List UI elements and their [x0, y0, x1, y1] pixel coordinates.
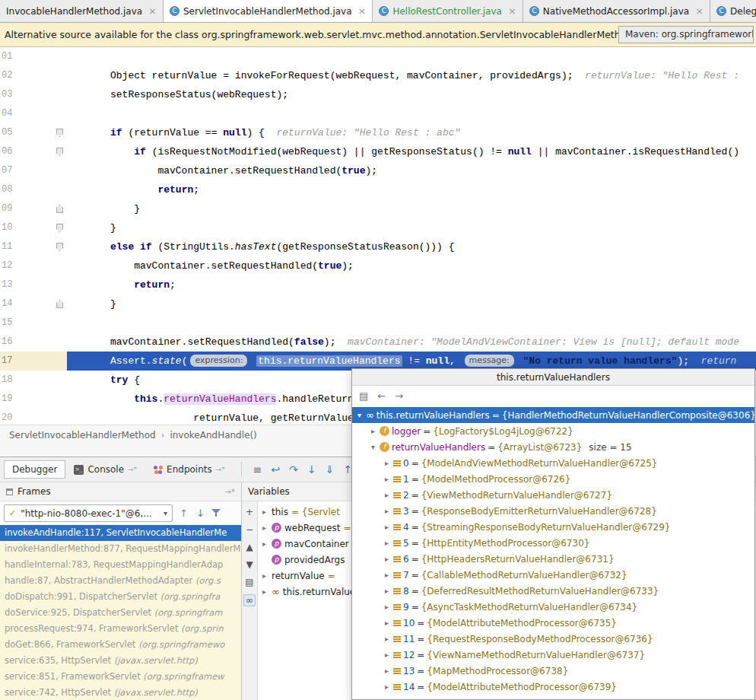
forward-icon[interactable]: → — [395, 390, 403, 402]
move-watch-up-icon[interactable]: ▲ — [246, 542, 253, 552]
chevron-right-icon[interactable]: ▸ — [383, 523, 391, 531]
editor-tab[interactable]: CServletInvocableHandlerMethod.java× — [164, 0, 373, 22]
chevron-right-icon[interactable]: ▸ — [260, 587, 268, 596]
stack-frame-row[interactable]: invokeAndHandle:117, ServletInvocableHan… — [0, 525, 241, 541]
code-line[interactable]: 10} — [0, 218, 756, 237]
code-line[interactable]: 15 — [0, 313, 756, 332]
popup-tree-row[interactable]: ▸4={StreamingResponseBodyReturnValueHand… — [352, 519, 754, 535]
step-into-icon[interactable]: ↓ — [303, 463, 320, 476]
chevron-right-icon[interactable]: ▸ — [383, 667, 391, 675]
stack-frame-row[interactable]: service:851, FrameworkServlet (org.sprin… — [0, 669, 241, 685]
code-line[interactable]: 01 — [0, 47, 756, 66]
popup-tree-row[interactable]: ▸5={HttpEntityMethodProcessor@6730} — [352, 535, 754, 551]
popup-tree-row[interactable]: ▸12={ViewNameMethodReturnValueHandler@67… — [352, 647, 754, 663]
copy-icon[interactable]: ▤ — [245, 577, 253, 587]
popup-tree-row[interactable]: ▸10={ModelAttributeMethodProcessor@6735} — [352, 615, 754, 631]
editor-tab[interactable]: InvocableHandlerMethod.java× — [0, 0, 164, 22]
chevron-right-icon[interactable]: ▸ — [260, 508, 268, 516]
popup-tree-row[interactable]: ▸14={ModelAttributeMethodProcessor@6739} — [352, 679, 754, 695]
popup-tree-row[interactable]: ▸6={HttpHeadersReturnValueHandler@6731} — [352, 551, 754, 567]
chevron-right-icon[interactable]: ▸ — [383, 682, 391, 691]
tab-endpoints[interactable]: Endpoints →* — [145, 460, 233, 479]
chevron-down-icon[interactable]: ▾ — [369, 443, 377, 451]
popup-tree-row[interactable]: ▸2={ViewMethodReturnValueHandler@6727} — [352, 487, 754, 503]
chevron-down-icon[interactable]: ▾ — [355, 411, 364, 419]
breadcrumb-method[interactable]: invokeAndHandle() — [170, 430, 256, 441]
code-line[interactable]: 07 mavContainer.setRequestHandled(true); — [0, 161, 756, 180]
chevron-right-icon[interactable]: ▸ — [383, 491, 391, 499]
fold-marker-icon[interactable] — [56, 300, 63, 308]
breadcrumb-class[interactable]: ServletInvocableHandlerMethod — [9, 430, 156, 441]
move-watch-down-icon[interactable]: ▼ — [246, 559, 253, 570]
close-icon[interactable]: × — [148, 5, 157, 17]
chevron-right-icon[interactable]: ▸ — [369, 427, 377, 435]
code-line[interactable]: 11else if (StringUtils.hasText(getRespon… — [0, 237, 756, 256]
popup-tree-row[interactable]: ▸9={AsyncTaskMethodReturnValueHandler@67… — [352, 599, 754, 615]
editor-tab[interactable]: CNativeMethodAccessorImpl.java× — [523, 0, 710, 22]
code-line[interactable]: 06 if (isRequestNotModified(webRequest) … — [0, 142, 756, 161]
close-icon[interactable]: × — [508, 5, 516, 17]
copy-value-icon[interactable]: ▤ — [359, 390, 368, 402]
code-line[interactable]: 03setResponseStatus(webRequest); — [0, 85, 756, 104]
back-icon[interactable]: ← — [377, 390, 386, 402]
stack-frame-row[interactable]: doService:925, DispatcherServlet (org.sp… — [0, 605, 241, 621]
fold-marker-icon[interactable] — [56, 224, 63, 232]
popup-tree-row[interactable]: ▸0={ModelAndViewMethodReturnValueHandler… — [352, 455, 754, 471]
remove-watch-icon[interactable]: − — [246, 524, 253, 535]
evaluate-watch-icon[interactable]: ∞ — [243, 594, 256, 606]
chevron-right-icon[interactable]: ▸ — [383, 539, 391, 547]
code-line[interactable]: 14} — [0, 294, 756, 313]
chevron-right-icon[interactable]: ▸ — [260, 571, 268, 580]
stack-frame-row[interactable]: processRequest:974, FrameworkServlet (or… — [0, 621, 241, 637]
show-execution-point-icon[interactable]: ↩ — [268, 463, 284, 476]
editor-tab[interactable]: CHelloRestController.java× — [373, 0, 523, 22]
stack-frame-row[interactable]: service:742, HttpServlet (javax.servlet.… — [0, 685, 241, 700]
chevron-right-icon[interactable]: ▸ — [383, 635, 391, 643]
popup-tree-row[interactable]: ▸8={DeferredResultMethodReturnValueHandl… — [352, 583, 754, 599]
code-line[interactable]: 02Object returnValue = invokeForRequest(… — [0, 66, 756, 85]
code-line[interactable]: 05if (returnValue == null) { returnValue… — [0, 123, 756, 142]
code-line[interactable]: 09 } — [0, 199, 756, 218]
popup-tree-row[interactable]: ▸1={ModelMethodProcessor@6726} — [352, 471, 754, 487]
code-line[interactable]: 04 — [0, 104, 756, 123]
stack-frame-row[interactable]: handle:87, AbstractHandlerMethodAdapter … — [0, 573, 241, 589]
code-line[interactable]: 13 return; — [0, 275, 756, 294]
popup-tree-row[interactable]: ▸7={CallableMethodReturnValueHandler@673… — [352, 567, 754, 583]
code-line[interactable]: 08 return; — [0, 180, 756, 199]
close-icon[interactable]: × — [358, 5, 367, 17]
chevron-right-icon[interactable]: ▸ — [383, 603, 391, 611]
stack-frame-row[interactable]: doGet:866, FrameworkServlet (org.springf… — [0, 637, 241, 653]
fold-marker-icon[interactable] — [56, 205, 63, 213]
chevron-right-icon[interactable]: ▸ — [383, 587, 391, 595]
popup-tree-row[interactable]: ▾∞this.returnValueHandlers={HandlerMetho… — [352, 407, 754, 423]
menu-icon[interactable]: ≡ — [249, 463, 266, 476]
chevron-right-icon[interactable]: ▸ — [383, 555, 391, 563]
chevron-right-icon[interactable]: ▸ — [383, 507, 391, 515]
fold-marker-icon[interactable] — [56, 148, 63, 156]
popup-tree-row[interactable]: ▸3={ResponseBodyEmitterReturnValueHandle… — [352, 503, 754, 519]
popup-tree-row[interactable]: ▸flogger={LogFactory$Log4jLog@6722} — [352, 423, 754, 439]
force-step-into-icon[interactable]: ⇓ — [322, 463, 338, 476]
add-watch-icon[interactable]: + — [246, 507, 253, 517]
tab-debugger[interactable]: Debugger — [4, 460, 65, 479]
stack-frame-row[interactable]: service:635, HttpServlet (javax.servlet.… — [0, 653, 241, 669]
chevron-right-icon[interactable]: ▸ — [383, 619, 391, 627]
tab-console[interactable]: >_ Console →* — [65, 460, 145, 479]
next-frame-icon[interactable]: ↓ — [195, 508, 206, 519]
step-over-icon[interactable]: ↷ — [285, 463, 302, 476]
chevron-right-icon[interactable]: ▸ — [383, 459, 391, 467]
popup-tree-row[interactable]: ▸13={MapMethodProcessor@6738} — [352, 663, 754, 679]
popup-tree-row[interactable]: ▸11={RequestResponseBodyMethodProcessor@… — [352, 631, 754, 647]
code-line[interactable]: 16mavContainer.setRequestHandled(false);… — [0, 332, 756, 352]
fold-marker-icon[interactable] — [56, 243, 63, 251]
chevron-right-icon[interactable]: ▸ — [260, 523, 268, 532]
code-line[interactable]: 12 mavContainer.setRequestHandled(true); — [0, 256, 756, 275]
banner-maven-button[interactable]: Maven: org.springframework:spr — [618, 26, 754, 43]
stack-frame-row[interactable]: invokeHandlerMethod:877, RequestMappingH… — [0, 541, 241, 557]
chevron-right-icon[interactable]: ▸ — [260, 539, 268, 548]
fold-marker-icon[interactable] — [56, 129, 63, 137]
editor-tab[interactable]: CDelegatingMethodAccessorImpl.java× — [710, 0, 756, 22]
close-icon[interactable]: × — [695, 5, 704, 17]
popup-tree-row[interactable]: ▾freturnValueHandlers={ArrayList@6723}si… — [352, 439, 754, 455]
chevron-right-icon[interactable]: ▸ — [383, 475, 391, 483]
